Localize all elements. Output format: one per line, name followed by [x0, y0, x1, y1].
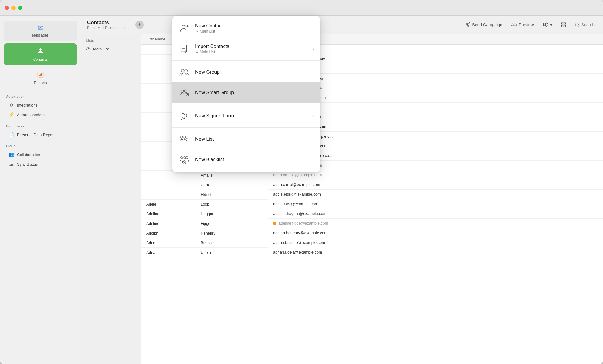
- menu-item-import-contacts[interactable]: Import Contacts Main List ›: [172, 39, 320, 59]
- new-list-title: New List: [195, 136, 314, 142]
- cell-email: adan.carrol@example.com: [268, 180, 603, 190]
- new-signup-form-icon: [178, 110, 190, 122]
- messages-icon: ✉: [38, 24, 43, 32]
- cell-first-name: Adelina: [141, 209, 196, 219]
- close-button[interactable]: [5, 6, 9, 10]
- menu-item-new-signup-form[interactable]: New Signup Form ›: [172, 106, 320, 126]
- cell-first-name: Adolph: [141, 228, 196, 238]
- personal-data-report-icon: 📄: [8, 132, 14, 137]
- menu-item-new-group[interactable]: New Group: [172, 62, 320, 82]
- table-row[interactable]: AdrianBriscoeadrian.briscoe@example.com: [141, 238, 603, 247]
- status-dot: [273, 222, 276, 225]
- svg-point-29: [184, 90, 187, 93]
- new-list-text: New List: [195, 136, 314, 142]
- cell-first-name: [141, 180, 196, 190]
- cell-last-name: Udela: [196, 247, 268, 257]
- sidebar-item-autoresponders-label: Autoresponders: [17, 113, 45, 117]
- import-contacts-text: Import Contacts Main List: [195, 44, 308, 54]
- cell-last-name: Carrol: [196, 180, 268, 190]
- preview-label: Preview: [519, 22, 534, 27]
- import-contacts-arrow: ›: [313, 46, 314, 51]
- table-row[interactable]: Eldridaddie.eldrid@example.com: [141, 190, 603, 199]
- sidebar-item-contacts-label: Contacts: [33, 57, 47, 62]
- chevron-down-icon: ▾: [550, 22, 552, 27]
- table-row[interactable]: AdelinaHaggaradelina.haggar@example.com: [141, 209, 603, 219]
- cell-email: adelina.haggar@example.com: [268, 209, 603, 219]
- svg-point-34: [181, 136, 183, 139]
- table-row[interactable]: AdolphHenebryadolph.henebry@example.com: [141, 228, 603, 238]
- table-row[interactable]: AdrianUdelaadrian.udela@example.com: [141, 247, 603, 257]
- cell-first-name: Adeline: [141, 219, 196, 228]
- svg-line-16: [578, 26, 579, 27]
- import-contacts-title: Import Contacts: [195, 44, 308, 49]
- new-smart-group-text: New Smart Group: [195, 90, 314, 95]
- cell-last-name: Figge: [196, 219, 268, 228]
- cell-first-name: Adele: [141, 199, 196, 209]
- main-panel: Contacts Direct Mail Project.dmpr + Send…: [81, 16, 603, 364]
- toolbar: Contacts Direct Mail Project.dmpr + Send…: [81, 16, 603, 34]
- new-group-text: New Group: [195, 69, 314, 75]
- sidebar-item-collaboration[interactable]: 👥 Collaboration: [2, 150, 78, 159]
- sync-status-icon: ☁: [8, 161, 14, 167]
- cloud-section-label: Cloud: [0, 139, 81, 150]
- preview-icon: [511, 23, 517, 27]
- main-window: ✉ Messages Contacts: [0, 0, 603, 364]
- cell-email: adrian.briscoe@example.com: [268, 238, 603, 247]
- menu-item-new-contact[interactable]: New Contact Main List: [172, 18, 320, 39]
- minimize-button[interactable]: [11, 6, 16, 10]
- sidebar-item-autoresponders[interactable]: ⚡ Autoresponders: [2, 110, 78, 120]
- new-contact-icon: [178, 22, 190, 34]
- sidebar-item-personal-data-report[interactable]: 📄 Personal Data Report: [2, 130, 78, 139]
- search-area[interactable]: Search: [572, 21, 597, 28]
- menu-item-new-blacklist[interactable]: New Blacklist: [172, 149, 320, 170]
- cell-email: adolph.henebry@example.com: [268, 228, 603, 238]
- cell-last-name: Briscoe: [196, 238, 268, 247]
- new-signup-form-arrow: ›: [313, 113, 314, 118]
- table-row[interactable]: AdeleLockadele.lock@example.com: [141, 199, 603, 209]
- new-group-icon: [178, 66, 190, 78]
- new-signup-form-text: New Signup Form: [195, 113, 308, 119]
- sidebar-item-reports[interactable]: Reports: [4, 68, 77, 89]
- main-list-item[interactable]: Main List: [93, 47, 109, 51]
- sidebar-item-integrations[interactable]: ⚙ Integrations: [2, 100, 78, 110]
- svg-rect-13: [561, 25, 563, 27]
- svg-point-28: [181, 90, 184, 93]
- lists-sidebar: Lists Main List: [81, 34, 141, 364]
- svg-rect-14: [564, 25, 565, 27]
- sidebar-item-contacts[interactable]: Contacts: [4, 43, 77, 65]
- cell-email: addie.eldrid@example.com: [268, 190, 603, 199]
- send-campaign-icon: [465, 22, 470, 27]
- svg-point-0: [39, 48, 42, 51]
- new-blacklist-text: New Blacklist: [195, 157, 314, 162]
- compliance-section-label: Compliance: [0, 120, 81, 130]
- table-row[interactable]: AdelineFiggeadeline.figge@example.com: [141, 219, 603, 228]
- sidebar-item-integrations-label: Integrations: [17, 103, 37, 107]
- menu-item-new-smart-group[interactable]: New Smart Group: [172, 82, 320, 103]
- add-button[interactable]: +: [135, 21, 144, 29]
- toolbar-right: Send Campaign Preview: [462, 21, 597, 29]
- grid-icon: [561, 22, 566, 27]
- sidebar-item-messages[interactable]: ✉ Messages: [4, 21, 77, 41]
- new-signup-form-title: New Signup Form: [195, 113, 308, 119]
- cell-email: adan.amalie@example.com: [268, 170, 603, 180]
- contacts-icon: [37, 47, 44, 56]
- new-smart-group-title: New Smart Group: [195, 90, 314, 95]
- svg-point-19: [182, 25, 185, 29]
- cell-first-name: Adrian: [141, 238, 196, 247]
- preview-button[interactable]: Preview: [508, 21, 536, 28]
- maximize-button[interactable]: [18, 6, 22, 10]
- grid-view-button[interactable]: [558, 21, 569, 29]
- traffic-lights: [5, 6, 22, 10]
- svg-rect-12: [564, 23, 565, 24]
- sidebar-item-sync-status[interactable]: ☁ Sync Status: [2, 159, 78, 169]
- divider-2: [172, 104, 320, 104]
- cell-email: adele.lock@example.com: [268, 199, 603, 209]
- send-campaign-button[interactable]: Send Campaign: [462, 21, 505, 29]
- menu-item-new-list[interactable]: New List: [172, 129, 320, 149]
- new-contact-subtitle: Main List: [195, 29, 314, 34]
- people-switcher-button[interactable]: ▾: [540, 21, 555, 29]
- cell-last-name: Haggar: [196, 209, 268, 219]
- table-row[interactable]: Carroladan.carrol@example.com: [141, 180, 603, 190]
- new-contact-text: New Contact Main List: [195, 23, 314, 34]
- people-switcher-icon: [542, 22, 548, 27]
